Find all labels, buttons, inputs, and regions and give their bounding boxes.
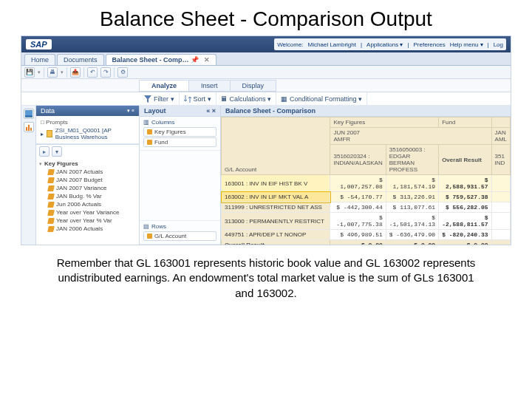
link-preferences[interactable]: Preferences [414, 41, 446, 48]
svg-rect-3 [28, 125, 30, 131]
layout-panel: Layout« × ▥ Columns Key Figures Fund ▤ R… [140, 106, 221, 245]
top-bar: SAP Welcome: Michael Lambright | Applica… [21, 36, 511, 52]
pin-icon[interactable]: 📌 [191, 56, 199, 64]
sort-button[interactable]: Sort ▾ [180, 92, 216, 105]
link-log[interactable]: Log [494, 41, 503, 48]
data-panel-header[interactable]: Data▾ « [36, 106, 139, 116]
rows-section: ▤ Rows [143, 223, 216, 230]
data-grid: G/L Account Key Figures Fund JUN 2007AMF… [221, 117, 511, 245]
tab-documents[interactable]: Documents [57, 54, 104, 65]
svg-rect-4 [30, 128, 32, 131]
svg-rect-2 [26, 127, 27, 131]
table-row[interactable]: 311999 : UNRESTRICTED NET ASS$ -442,300.… [222, 202, 511, 213]
col-fund[interactable]: Fund [439, 117, 491, 128]
columns-section: ▥ Columns [143, 119, 216, 126]
welcome-label: Welcome: [277, 41, 303, 48]
save-button[interactable]: 💾 [24, 67, 35, 78]
column-key-figures[interactable]: Key Figures [143, 127, 216, 137]
redo-button[interactable]: ↷ [100, 67, 111, 78]
filter-bar: Filter ▾ Sort ▾ 🖩Calculations ▾ ▦Conditi… [21, 92, 511, 106]
export-button[interactable]: 📤 [70, 67, 81, 78]
col-overall[interactable]: Overall Result [439, 145, 491, 175]
svg-rect-0 [25, 110, 33, 115]
col-fund-1[interactable]: 3516020324 :INDIAN/ALASKAN [330, 145, 386, 175]
tree-item[interactable]: JAN 2007 Variance [39, 184, 136, 192]
tree-item[interactable]: JAN Budg. % Var [39, 192, 136, 200]
tab-active-label: Balance Sheet - Comp… [112, 56, 189, 64]
col-extra2: JANAML [491, 128, 510, 145]
table-row[interactable]: 313000 : PERMANENTLY RESTRICT$ -1,007,77… [222, 213, 511, 230]
user-bar: Welcome: Michael Lambright | Application… [274, 38, 506, 50]
undo-button[interactable]: ↶ [87, 67, 98, 78]
footnote: Remember that GL 163001 represents histo… [0, 245, 532, 301]
app-window: SAP Welcome: Michael Lambright | Applica… [21, 35, 511, 245]
mode-analyze[interactable]: Analyze [139, 80, 189, 92]
prompt-item[interactable]: ▸ ZSI_M01_Q0001 [AP Business Warehous [41, 127, 134, 140]
tree-item[interactable]: Year over Year % Var [39, 216, 136, 225]
tree-expand-button[interactable]: ▸ [39, 146, 50, 157]
prompts-header: □ Prompts [41, 119, 134, 126]
tree-item[interactable]: JAN 2006 Actuals [39, 225, 136, 233]
tab-bar: Home Documents Balance Sheet - Comp… 📌 ✕ [21, 52, 511, 66]
link-applications[interactable]: Applications ▾ [366, 41, 403, 48]
mode-insert[interactable]: Insert [188, 80, 231, 92]
tree-item[interactable]: Jun 2006 Actuals [39, 200, 136, 208]
report-title: Balance Sheet - Comparison [221, 106, 511, 117]
tree-item[interactable]: JAN 2007 Budget [39, 176, 136, 184]
tree-root[interactable]: ▾Key Figures [39, 160, 136, 168]
table-row[interactable]: 449751 : APR/DEP LT NONOP$ 496,989.51$ -… [222, 230, 511, 240]
side-rail [21, 106, 36, 245]
conditional-formatting-button[interactable]: ▦Conditional Formatting ▾ [276, 92, 367, 105]
table-row[interactable]: 163002 : INV IN LIF MKT VAL A$ -54,170.7… [222, 192, 511, 202]
tree-collapse-button[interactable]: ▾ [52, 146, 62, 157]
col-fund-2[interactable]: 3516050003 :EDGAR BERMAN PROFESS [386, 145, 438, 175]
tab-home[interactable]: Home [24, 54, 55, 65]
calculations-button[interactable]: 🖩Calculations ▾ [216, 92, 277, 105]
tree-item[interactable]: Year over Year Variance [39, 208, 136, 216]
link-help[interactable]: Help menu ▾ [450, 41, 483, 48]
layout-header: Layout« × [140, 106, 220, 117]
filter-button[interactable]: Filter ▾ [140, 92, 180, 105]
col-extra [491, 117, 510, 128]
column-fund[interactable]: Fund [143, 137, 216, 147]
settings-button[interactable]: ⚙ [117, 67, 128, 78]
user-name: Michael Lambright [308, 41, 356, 48]
tab-balance-sheet[interactable]: Balance Sheet - Comp… 📌 ✕ [106, 54, 216, 65]
svg-rect-1 [25, 115, 33, 117]
mode-display[interactable]: Display [230, 80, 277, 92]
col-extra3: 351IND [491, 145, 510, 175]
gl-account-header[interactable]: G/L Account [222, 117, 330, 175]
row-gl-account[interactable]: G/L Account [143, 231, 216, 241]
print-button[interactable]: 🖶 [47, 67, 58, 78]
cube-icon [47, 130, 52, 137]
rail-data-icon[interactable] [24, 109, 34, 119]
col-key-figures[interactable]: Key Figures [330, 117, 439, 128]
table-total-row[interactable]: Overall Result$ 0.00$ 0.00$ 0.00 [222, 240, 511, 245]
mode-bar: Analyze Insert Display [21, 79, 511, 92]
slide-title: Balance Sheet - Comparison Output [0, 0, 532, 35]
tree-item[interactable]: JAN 2007 Actuals [39, 168, 136, 176]
toolbar: 💾▾ 🖶▾ 📤 ↶ ↷ ⚙ [21, 66, 511, 79]
rail-chart-icon[interactable] [24, 122, 34, 132]
data-panel: Data▾ « □ Prompts ▸ ZSI_M01_Q0001 [AP Bu… [36, 106, 140, 245]
close-icon[interactable]: ✕ [204, 56, 210, 64]
sap-logo: SAP [26, 39, 52, 50]
tree-view: ▾Key Figures JAN 2007 Actuals JAN 2007 B… [36, 158, 139, 245]
report-area: Balance Sheet - Comparison G/L Account K… [221, 106, 511, 245]
col-period[interactable]: JUN 2007AMFR [330, 128, 491, 145]
table-row[interactable]: 163001 : INV IN EIF HIST BK V$ 1,007,257… [222, 175, 511, 192]
